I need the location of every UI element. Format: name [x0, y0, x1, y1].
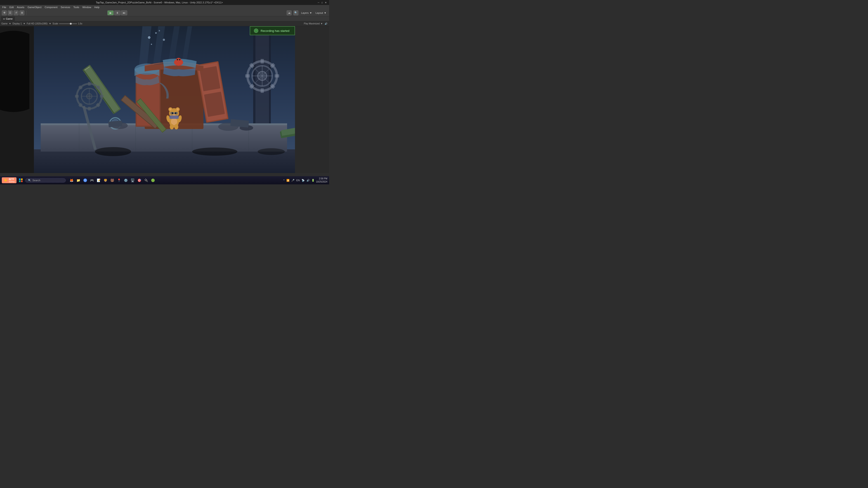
- svg-point-70: [177, 59, 178, 60]
- svg-rect-47: [88, 82, 91, 86]
- system-tray-icons: ^ 📶 🎤 EN 📡 🔊 🔋: [283, 178, 315, 182]
- svg-point-37: [95, 147, 131, 156]
- taskbar-maps[interactable]: 📍: [116, 177, 122, 184]
- taskbar-chrome[interactable]: [82, 177, 88, 184]
- tab-bar: ∞ Game: [0, 16, 329, 21]
- taskbar-file-manager[interactable]: 🦊: [68, 177, 75, 184]
- menu-edit[interactable]: Edit: [8, 5, 15, 9]
- taskbar-app-1[interactable]: 🎮: [89, 177, 95, 184]
- menu-file[interactable]: File: [1, 5, 8, 9]
- restore-button[interactable]: □: [320, 1, 324, 4]
- scale-bar: Scale 1.6x: [53, 22, 82, 25]
- display-chevron: ▼: [23, 22, 25, 25]
- display-label: Display 1: [12, 22, 22, 25]
- svg-point-38: [192, 148, 237, 156]
- toolbar-hand-tool[interactable]: ☰: [8, 10, 13, 15]
- svg-point-69: [176, 58, 181, 62]
- layers-chevron: ▼: [309, 11, 312, 14]
- taskbar-app-3[interactable]: 🐻: [109, 177, 116, 184]
- play-maximized-btn[interactable]: Play Maximized ▼: [304, 22, 323, 25]
- mute-button[interactable]: 🔊: [324, 22, 328, 26]
- layout-dropdown[interactable]: Layout ▼: [315, 11, 327, 15]
- pause-button[interactable]: ⏸: [114, 10, 121, 15]
- tab-game[interactable]: ∞ Game: [1, 17, 15, 21]
- toolbar-scale-tool[interactable]: ⊞: [20, 10, 24, 15]
- scale-value: 1.6x: [78, 22, 82, 25]
- layers-dropdown[interactable]: Layers ▼: [300, 11, 313, 15]
- svg-rect-50: [75, 95, 79, 98]
- taskbar-icons: 🦊 📁 🎮 📝 🦁 🐻 📍 ⚙️ 🖥️ 🎯 🔌 🟢: [68, 177, 156, 184]
- search-button[interactable]: 🔍: [293, 10, 298, 15]
- layout-label: Layout: [315, 11, 323, 14]
- svg-point-0: [0, 31, 29, 112]
- clock-date: 10/25/2024: [316, 180, 327, 184]
- clock-time: 2:58 PM: [316, 177, 327, 180]
- step-button[interactable]: ⏭: [121, 10, 127, 15]
- resolution-label: Full HD (1920x1080): [27, 22, 48, 25]
- scale-track[interactable]: [59, 23, 77, 24]
- taskbar-app-2[interactable]: 📝: [96, 177, 102, 184]
- svg-point-39: [258, 148, 285, 155]
- menu-help[interactable]: Help: [93, 5, 101, 9]
- weather-icon: ☀️: [4, 178, 7, 182]
- svg-point-71: [179, 59, 180, 60]
- minimize-button[interactable]: ─: [317, 1, 320, 4]
- dark-object-svg: [0, 26, 29, 128]
- svg-rect-30: [34, 149, 295, 173]
- toolbar-move-tool[interactable]: ✥: [2, 10, 7, 15]
- taskbar-settings[interactable]: ⚙️: [123, 177, 129, 184]
- taskbar-file-explorer[interactable]: 📁: [75, 177, 82, 184]
- menu-tools[interactable]: Tools: [72, 5, 81, 9]
- play-maximized-chevron: ▼: [320, 22, 323, 25]
- svg-point-10: [151, 44, 152, 45]
- taskbar-app-5[interactable]: 🔌: [143, 177, 149, 184]
- svg-rect-107: [19, 181, 21, 182]
- volume-icon[interactable]: 🔊: [306, 178, 310, 182]
- svg-rect-19: [260, 88, 264, 93]
- svg-rect-94: [108, 121, 122, 127]
- menu-services[interactable]: Services: [59, 5, 71, 9]
- taskbar-unity[interactable]: 🎯: [136, 177, 143, 184]
- menu-gameobject[interactable]: GameObject: [26, 5, 43, 9]
- taskbar-brave[interactable]: 🦁: [102, 177, 109, 184]
- wifi-icon[interactable]: 📡: [301, 178, 305, 182]
- close-button[interactable]: ✕: [324, 1, 327, 4]
- svg-point-104: [255, 30, 257, 31]
- battery-icon[interactable]: 🔋: [311, 178, 315, 182]
- taskbar-time-date[interactable]: 2:58 PM 10/25/2024: [316, 177, 327, 184]
- taskbar-nvidia[interactable]: 🟢: [150, 177, 156, 184]
- option-sep-1: ▼: [9, 22, 11, 25]
- taskbar-search[interactable]: 🔍 Search: [25, 178, 66, 183]
- svg-point-111: [85, 180, 86, 181]
- dark-side-right: [295, 26, 329, 173]
- taskbar-weather: ☀️ 82°F Sunny: [2, 177, 17, 183]
- scale-thumb[interactable]: [70, 23, 72, 25]
- menu-window[interactable]: Window: [81, 5, 92, 9]
- cloud-button[interactable]: ☁: [287, 10, 291, 15]
- mic-icon[interactable]: 🎤: [291, 178, 295, 182]
- svg-rect-18: [260, 59, 264, 64]
- resolution-chevron: ▼: [49, 22, 51, 25]
- svg-point-7: [148, 36, 150, 39]
- svg-rect-90: [169, 116, 179, 119]
- game-viewport: Recording has started: [34, 26, 295, 173]
- svg-rect-21: [245, 74, 250, 77]
- svg-point-11: [159, 30, 160, 31]
- svg-rect-108: [21, 181, 23, 182]
- search-icon: 🔍: [28, 179, 31, 182]
- taskbar-right: ^ 📶 🎤 EN 📡 🔊 🔋 2:58 PM 10/25/2024: [283, 177, 327, 184]
- menu-component[interactable]: Component: [43, 5, 59, 9]
- language-icon[interactable]: EN: [296, 178, 300, 182]
- search-label: Search: [33, 179, 40, 182]
- start-button[interactable]: [18, 177, 24, 184]
- taskbar-app-4[interactable]: 🖥️: [129, 177, 136, 184]
- network-icon[interactable]: 📶: [286, 178, 290, 182]
- play-maximized-label: Play Maximized: [304, 22, 320, 25]
- menu-assets[interactable]: Assets: [16, 5, 26, 9]
- svg-point-77: [177, 108, 179, 110]
- svg-point-8: [155, 32, 157, 34]
- tab-game-icon: ∞: [3, 18, 5, 20]
- play-button[interactable]: ▶: [107, 10, 114, 15]
- chevron-up-icon[interactable]: ^: [283, 178, 285, 182]
- toolbar-rotate-tool[interactable]: ↺: [13, 10, 19, 15]
